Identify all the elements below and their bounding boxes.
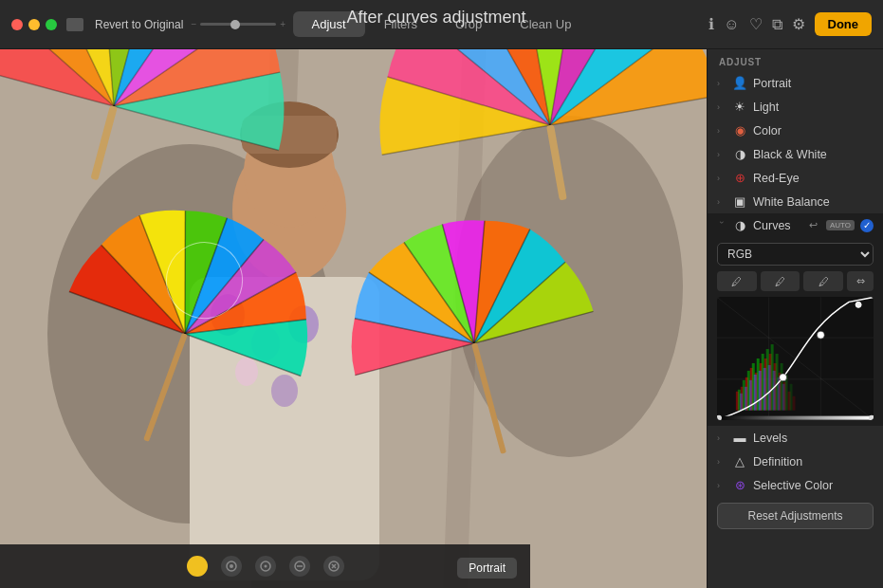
portrait-label: Portrait: [753, 77, 874, 90]
nav-tabs: Adjust Filters Crop Clean Up: [293, 11, 591, 37]
light-icon: ☀: [732, 100, 747, 114]
zoom-slider[interactable]: − +: [191, 19, 285, 29]
color-icon: ◉: [732, 123, 747, 138]
svg-rect-80: [793, 396, 796, 411]
panel-header: ADJUST: [708, 49, 883, 71]
view-icon: [66, 18, 83, 31]
chevron-color-icon: ›: [717, 126, 727, 136]
chevron-bw-icon: ›: [717, 150, 727, 159]
chevron-wb-icon: ›: [717, 197, 727, 207]
right-panel: ADJUST › 👤 Portrait › ☀ Light › ◉ Color …: [707, 49, 883, 588]
minimize-button[interactable]: [28, 19, 40, 30]
portrait-icon: 👤: [732, 76, 747, 90]
eyedrop-midtone-btn[interactable]: 🖊: [761, 271, 800, 291]
wb-label: White Balance: [753, 195, 874, 209]
definition-label: Definition: [753, 455, 874, 469]
svg-rect-100: [773, 371, 776, 411]
chevron-portrait-icon: ›: [717, 79, 727, 88]
svg-point-58: [230, 564, 233, 568]
curves-graph[interactable]: [717, 297, 874, 420]
adjust-item-bw[interactable]: › ◑ Black & White: [708, 142, 883, 166]
flip-btn[interactable]: ⇔: [847, 271, 874, 291]
tool-compare-icon[interactable]: [289, 556, 310, 577]
selective-color-icon: ⊛: [732, 478, 747, 492]
tool-crop-icon[interactable]: [221, 556, 242, 577]
done-button[interactable]: Done: [815, 12, 873, 36]
photo-image: [0, 49, 707, 588]
svg-rect-98: [763, 368, 766, 411]
adjust-item-redeye[interactable]: › ⊕ Red-Eye: [708, 166, 883, 190]
svg-rect-94: [745, 387, 747, 411]
zoom-track: [200, 23, 276, 26]
svg-point-14: [271, 375, 298, 407]
tool-edit-icon[interactable]: [255, 556, 276, 577]
chevron-definition-icon: ›: [717, 457, 727, 467]
portrait-mode-button[interactable]: Portrait: [457, 558, 517, 579]
eyedrop-shadow-btn[interactable]: 🖊: [717, 271, 757, 291]
chevron-light-icon: ›: [717, 102, 727, 112]
tab-crop[interactable]: Crop: [436, 11, 501, 37]
light-label: Light: [753, 101, 874, 114]
svg-point-107: [717, 415, 722, 420]
adjust-item-wb[interactable]: › ▣ White Balance: [708, 190, 883, 213]
zoom-minus-icon: −: [191, 19, 196, 29]
svg-rect-102: [782, 384, 785, 411]
rgb-select[interactable]: RGB Red Green Blue: [717, 243, 874, 266]
reset-adjustments-button[interactable]: Reset Adjustments: [717, 503, 874, 529]
adjust-item-curves[interactable]: › ◑ Curves ↩ AUTO ✓: [708, 213, 883, 237]
adjust-item-color[interactable]: › ◉ Color: [708, 119, 883, 142]
levels-label: Levels: [753, 432, 874, 445]
redeye-label: Red-Eye: [753, 172, 874, 185]
copy-icon[interactable]: ⧉: [772, 16, 782, 33]
curves-auto-badge[interactable]: AUTO: [826, 220, 855, 230]
color-label: Color: [753, 124, 874, 138]
chevron-curves-icon: ›: [717, 221, 727, 230]
svg-point-13: [235, 358, 258, 386]
curves-check-badge: ✓: [860, 219, 874, 232]
photo-area: Portrait: [0, 49, 707, 588]
svg-rect-96: [754, 375, 757, 411]
adjust-item-portrait[interactable]: › 👤 Portrait: [708, 71, 883, 95]
selective-color-label: Selective Color: [753, 479, 874, 492]
adjust-item-selective-color[interactable]: › ⊛ Selective Color: [708, 473, 883, 497]
heart-icon[interactable]: ♡: [749, 15, 763, 33]
adjust-item-definition[interactable]: › △ Definition: [708, 450, 883, 473]
settings-icon[interactable]: ⚙: [792, 15, 805, 33]
levels-icon: ▬: [732, 431, 747, 445]
zoom-thumb[interactable]: [230, 20, 240, 29]
toolbar-right: ℹ ☺ ♡ ⧉ ⚙ Done: [708, 12, 872, 36]
revert-button[interactable]: Revert to Original: [95, 18, 183, 31]
tool-light-icon[interactable]: [187, 556, 208, 577]
window-icons: [66, 18, 83, 31]
svg-point-104: [817, 331, 824, 339]
eyedrop-highlight-btn[interactable]: 🖊: [803, 271, 843, 291]
definition-icon: △: [732, 454, 747, 469]
svg-rect-99: [768, 365, 771, 411]
curves-revert-icon[interactable]: ↩: [809, 219, 818, 231]
svg-point-60: [264, 565, 267, 568]
share-icon[interactable]: ☺: [724, 16, 739, 33]
curves-item-label: Curves: [753, 219, 803, 232]
tool-share-icon[interactable]: [323, 556, 344, 577]
curves-section: RGB Red Green Blue 🖊 🖊 🖊 ⇔: [708, 237, 883, 426]
svg-rect-97: [759, 371, 762, 411]
info-icon[interactable]: ℹ: [708, 15, 714, 33]
bw-label: Black & White: [753, 148, 874, 161]
maximize-button[interactable]: [46, 19, 57, 30]
traffic-lights: [11, 19, 57, 30]
svg-rect-92: [790, 384, 793, 411]
close-button[interactable]: [11, 19, 23, 30]
chevron-redeye-icon: ›: [717, 174, 727, 183]
svg-rect-93: [740, 394, 743, 411]
svg-rect-106: [717, 416, 874, 420]
tab-filters[interactable]: Filters: [365, 11, 436, 37]
chevron-levels-icon: ›: [717, 433, 727, 443]
bottom-toolbar: [0, 544, 530, 588]
tab-adjust[interactable]: Adjust: [293, 11, 365, 37]
titlebar: Revert to Original − + Adjust Filters Cr…: [0, 0, 883, 49]
adjust-item-light[interactable]: › ☀ Light: [708, 95, 883, 119]
svg-point-103: [780, 374, 787, 381]
tab-cleanup[interactable]: Clean Up: [501, 11, 590, 37]
wb-icon: ▣: [732, 194, 747, 209]
adjust-item-levels[interactable]: › ▬ Levels: [708, 426, 883, 450]
